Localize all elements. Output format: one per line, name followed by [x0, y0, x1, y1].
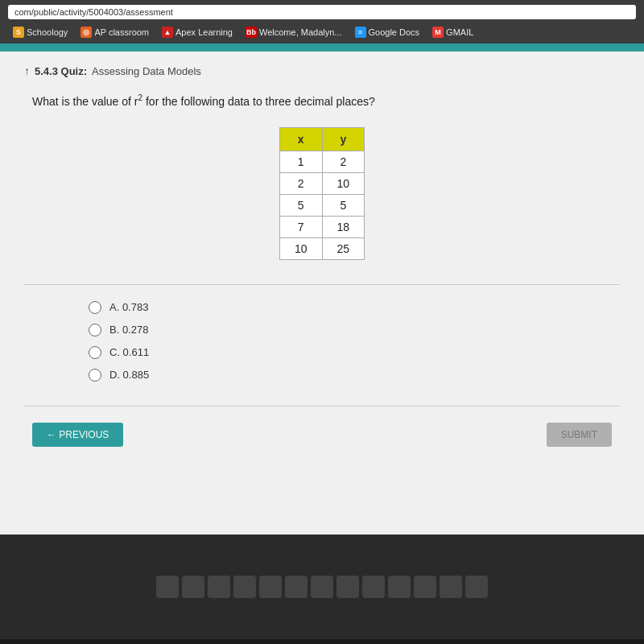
table-cell: 7 [279, 216, 322, 237]
key [156, 576, 179, 598]
submit-button[interactable]: SUBMIT [547, 423, 612, 447]
data-table: x y 12210557181025 [279, 127, 365, 260]
bookmark-ap-classroom[interactable]: ◎AP classroom [76, 24, 154, 40]
table-row: 12 [279, 151, 364, 172]
table-cell: 5 [279, 194, 322, 216]
nav-buttons: ← PREVIOUS SUBMIT [24, 423, 620, 447]
table-cell: 10 [322, 172, 365, 194]
table-cell: 10 [279, 237, 322, 259]
key [208, 576, 230, 598]
site-header [0, 43, 644, 52]
answer-option-a[interactable]: A. 0.783 [89, 301, 620, 314]
main-content: ↑ 5.4.3 Quiz: Assessing Data Models What… [0, 52, 644, 535]
keyboard-area [0, 535, 644, 639]
divider-bottom [24, 406, 620, 407]
table-cell: 2 [322, 151, 365, 172]
apex-learning-icon: ▲ [162, 27, 173, 38]
ap-classroom-label: AP classroom [94, 27, 149, 37]
table-cell: 25 [322, 237, 365, 259]
question-text: What is the value of r2 for the followin… [32, 93, 620, 108]
bookmark-gmail[interactable]: MGMAIL [427, 24, 478, 40]
breadcrumb-label: 5.4.3 Quiz: [35, 65, 87, 77]
key [182, 576, 204, 598]
option-label-c: C. 0.611 [109, 346, 149, 358]
bookmark-schoology[interactable]: SSchoology [8, 24, 72, 40]
keyboard-row-1 [156, 576, 488, 598]
key [259, 576, 282, 598]
key [285, 576, 308, 598]
table-row: 210 [279, 172, 364, 194]
blackboard-icon: Bb [246, 27, 257, 38]
address-bar[interactable]: com/public/activity/5004003/assessment [8, 5, 636, 19]
table-row: 55 [279, 194, 364, 216]
table-row: 1025 [279, 237, 364, 259]
option-label-b: B. 0.278 [109, 324, 148, 336]
breadcrumb-icon: ↑ [24, 64, 30, 77]
apex-learning-label: Apex Learning [175, 27, 233, 37]
key [388, 576, 411, 598]
schoology-label: Schoology [27, 27, 68, 37]
answer-option-d[interactable]: D. 0.885 [89, 369, 620, 382]
answer-options: A. 0.783B. 0.278C. 0.611D. 0.885 [89, 301, 620, 382]
previous-button[interactable]: ← PREVIOUS [32, 423, 123, 447]
gmail-icon: M [432, 27, 444, 38]
breadcrumb: ↑ 5.4.3 Quiz: Assessing Data Models [24, 64, 620, 77]
divider [24, 284, 620, 285]
browser-chrome: com/public/activity/5004003/assessment S… [0, 0, 644, 43]
key [362, 576, 385, 598]
radio-b[interactable] [89, 324, 101, 336]
key [440, 576, 462, 598]
gmail-label: GMAIL [446, 27, 473, 37]
table-cell: 5 [322, 194, 365, 216]
key [336, 576, 359, 598]
bookmark-apex-learning[interactable]: ▲Apex Learning [157, 24, 237, 40]
radio-a[interactable] [89, 301, 101, 314]
table-cell: 2 [279, 172, 322, 194]
option-label-d: D. 0.885 [109, 369, 149, 381]
table-header-y: y [322, 127, 365, 151]
bookmark-google-docs[interactable]: ≡Google Docs [350, 24, 425, 40]
google-docs-icon: ≡ [355, 27, 366, 38]
breadcrumb-subtitle: Assessing Data Models [92, 65, 201, 77]
key [465, 576, 488, 598]
key [311, 576, 333, 598]
table-cell: 1 [279, 151, 322, 172]
answer-option-c[interactable]: C. 0.611 [89, 346, 620, 359]
key [233, 576, 256, 598]
bookmark-blackboard[interactable]: BbWelcome, Madalyn... [241, 24, 347, 40]
table-row: 718 [279, 216, 364, 237]
table-cell: 18 [322, 216, 365, 237]
bookmarks-bar: SSchoology◎AP classroom▲Apex LearningBbW… [8, 24, 636, 43]
blackboard-label: Welcome, Madalyn... [259, 27, 342, 37]
table-header-x: x [279, 127, 322, 151]
data-table-container: x y 12210557181025 [24, 127, 620, 260]
google-docs-label: Google Docs [369, 27, 420, 37]
address-text: com/public/activity/5004003/assessment [14, 7, 173, 17]
schoology-icon: S [13, 27, 24, 38]
answer-option-b[interactable]: B. 0.278 [89, 324, 620, 336]
ap-classroom-icon: ◎ [80, 27, 92, 38]
option-label-a: A. 0.783 [109, 301, 148, 313]
key [414, 576, 436, 598]
radio-c[interactable] [89, 346, 101, 359]
radio-d[interactable] [89, 369, 101, 382]
